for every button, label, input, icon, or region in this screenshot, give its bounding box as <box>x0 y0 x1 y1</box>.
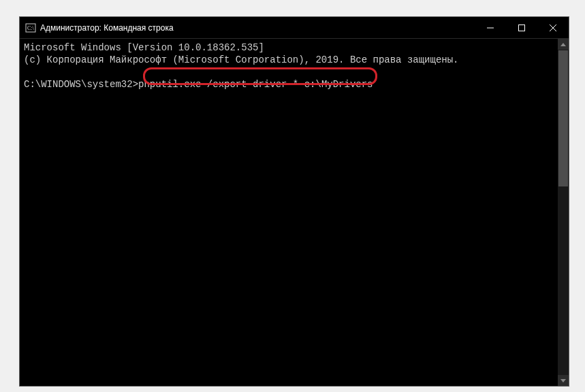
command-prompt-window: C:\ Администратор: Командная строка Micr… <box>19 16 569 387</box>
svg-rect-3 <box>519 24 525 31</box>
cmd-icon: C:\ <box>25 22 36 33</box>
copyright-line: (c) Корпорация Майкрософт (Microsoft Cor… <box>24 54 459 65</box>
titlebar[interactable]: C:\ Администратор: Командная строка <box>20 17 569 39</box>
prompt: C:\WINDOWS\system32> <box>24 79 138 90</box>
window-controls <box>475 17 569 38</box>
scroll-up-arrow[interactable] <box>558 39 569 50</box>
command-text: pnputil.exe /export-driver * c:\MyDriver… <box>138 79 373 90</box>
scroll-down-arrow[interactable] <box>558 375 569 386</box>
vertical-scrollbar[interactable] <box>558 39 569 386</box>
close-button[interactable] <box>537 17 569 38</box>
maximize-button[interactable] <box>506 17 537 38</box>
scroll-thumb[interactable] <box>558 50 568 186</box>
svg-text:C:\: C:\ <box>27 25 35 31</box>
client-area: Microsoft Windows [Version 10.0.18362.53… <box>20 39 569 386</box>
minimize-button[interactable] <box>475 17 506 38</box>
version-line: Microsoft Windows [Version 10.0.18362.53… <box>24 42 264 53</box>
terminal-output[interactable]: Microsoft Windows [Version 10.0.18362.53… <box>20 39 558 386</box>
window-title: Администратор: Командная строка <box>40 23 475 33</box>
